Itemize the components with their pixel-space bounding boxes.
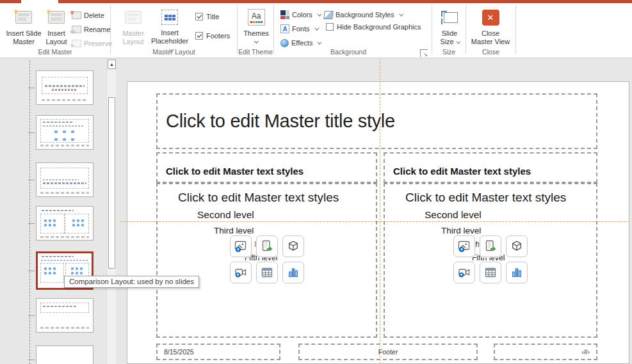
- slide-number-text: ‹#›: [495, 348, 596, 356]
- group-separator: [237, 5, 238, 54]
- thumbnail-section-header-layout[interactable]: [36, 162, 93, 197]
- video-icon[interactable]: [453, 262, 475, 283]
- background-group-label: Background: [274, 48, 423, 56]
- ribbon: ✳ Insert Slide Master ✳ Insert Layout ✕ …: [0, 3, 632, 58]
- bullet-level-1: Click to edit Master text styles: [177, 188, 376, 207]
- title-placeholder[interactable]: Click to edit Master title style: [156, 93, 597, 149]
- rename-button[interactable]: ▭ Rename: [72, 23, 111, 36]
- themes-label: Themes: [243, 29, 269, 38]
- footer-placeholder[interactable]: Footer: [298, 344, 478, 360]
- group-separator: [432, 5, 432, 54]
- content-insert-icons: [453, 235, 528, 283]
- background-styles-icon: [324, 11, 333, 19]
- close-group-label: Close: [466, 48, 515, 56]
- preserve-icon: ➤: [72, 40, 81, 47]
- chevron-down-icon: [317, 12, 321, 16]
- master-layout-icon: [125, 6, 142, 28]
- group-separator: [110, 5, 111, 54]
- themes-icon: Aa: [248, 6, 265, 28]
- thumbnail-title-slide-layout[interactable]: [36, 70, 93, 105]
- 3d-model-icon[interactable]: [506, 235, 528, 257]
- chevron-down-icon: [399, 12, 403, 16]
- horizontal-guide[interactable]: [120, 221, 629, 222]
- footers-checkbox[interactable]: Footers: [195, 32, 230, 40]
- close-master-view-icon: ✕: [482, 6, 499, 28]
- background-styles-button[interactable]: Background Styles: [324, 8, 402, 21]
- thumbnail-title-only-layout[interactable]: [36, 298, 93, 333]
- left-content-placeholder[interactable]: Click to edit Master text styles Second …: [156, 183, 377, 338]
- slide-size-button[interactable]: Slide Size: [436, 5, 463, 54]
- smartart-icon[interactable]: [480, 235, 501, 257]
- chart-icon[interactable]: [506, 262, 528, 283]
- close-master-view-label: Close Master View: [470, 29, 511, 46]
- table-icon[interactable]: [480, 262, 501, 283]
- thumbnail-two-content-layout[interactable]: [36, 206, 93, 241]
- edit-master-group-label: Edit Master: [0, 48, 110, 56]
- background-dialog-launcher[interactable]: ↘: [420, 49, 428, 57]
- vertical-guide[interactable]: [380, 59, 380, 364]
- colors-icon: [280, 10, 289, 19]
- master-layout-group-label: Master Layout: [111, 48, 237, 56]
- footer-text: Footer: [300, 348, 476, 356]
- close-master-view-button[interactable]: ✕ Close Master View: [470, 5, 511, 54]
- colors-button[interactable]: Colors: [280, 8, 320, 21]
- insert-layout-label: Insert Layout: [42, 29, 70, 46]
- chevron-down-icon: [254, 39, 258, 44]
- hide-background-graphics-checkbox[interactable]: Hide Background Graphics: [326, 23, 421, 31]
- hide-background-graphics-checkbox-box[interactable]: [326, 23, 334, 31]
- effects-button[interactable]: Effects: [280, 36, 320, 49]
- pictures-icon[interactable]: [230, 235, 252, 257]
- thumbnail-title-and-content-layout[interactable]: [36, 115, 93, 150]
- insert-slide-master-button[interactable]: ✳ Insert Slide Master: [5, 5, 42, 54]
- master-layout-label: Master Layout: [118, 29, 149, 46]
- scroll-up-button[interactable]: ▲: [108, 59, 116, 69]
- video-icon[interactable]: [230, 262, 252, 283]
- smartart-icon[interactable]: [256, 235, 278, 257]
- slide-canvas: Click to edit Master title style Click t…: [127, 81, 629, 364]
- thumbnail-blank-layout[interactable]: [36, 345, 93, 364]
- insert-placeholder-label: Insert Placeholder: [151, 29, 188, 45]
- insert-layout-icon: ✳: [48, 6, 65, 28]
- sidebar-scrollbar[interactable]: ▲: [106, 59, 116, 364]
- master-layout-button[interactable]: Master Layout: [118, 5, 149, 54]
- chart-icon[interactable]: [282, 262, 304, 283]
- layout-tooltip: Comparison Layout: used by no slides: [64, 276, 199, 288]
- edit-theme-group-label: Edit Theme: [238, 48, 273, 56]
- insert-placeholder-button[interactable]: Insert Placeholder: [151, 5, 188, 54]
- pictures-icon[interactable]: [453, 235, 475, 257]
- chevron-down-icon: [314, 26, 319, 30]
- group-separator: [515, 5, 516, 54]
- date-text: 8/15/2025: [158, 348, 279, 356]
- powerpoint-slide-master-window: ✳ Insert Slide Master ✳ Insert Layout ✕ …: [0, 0, 632, 364]
- chevron-down-icon: [456, 40, 460, 44]
- group-separator: [466, 5, 466, 54]
- rename-icon: ▭: [72, 26, 81, 33]
- left-text-placeholder-header[interactable]: Click to edit Master text styles: [156, 152, 377, 183]
- title-placeholder-text: Click to edit Master title style: [158, 111, 395, 132]
- layout-tree-line: [29, 60, 30, 364]
- insert-placeholder-icon: [161, 6, 178, 28]
- table-icon[interactable]: [256, 262, 278, 283]
- right-content-placeholder[interactable]: Click to edit Master text styles Second …: [384, 183, 597, 338]
- insert-slide-master-label: Insert Slide Master: [5, 29, 42, 46]
- size-group-label: Size: [432, 48, 466, 56]
- insert-layout-button[interactable]: ✳ Insert Layout: [42, 5, 70, 54]
- title-checkbox-box[interactable]: [195, 13, 203, 20]
- date-placeholder[interactable]: 8/15/2025: [156, 344, 280, 360]
- group-separator: [273, 5, 274, 54]
- footers-checkbox-box[interactable]: [195, 32, 203, 40]
- themes-button[interactable]: Aa Themes: [241, 5, 271, 54]
- scrollbar-thumb[interactable]: [108, 97, 115, 269]
- fonts-icon: A: [280, 24, 289, 33]
- bullet-level-1: Click to edit Master text styles: [404, 188, 596, 207]
- chevron-down-icon: [318, 40, 322, 44]
- insert-slide-master-icon: ✳: [15, 6, 32, 28]
- 3d-model-icon[interactable]: [282, 235, 304, 257]
- delete-button[interactable]: ✕ Delete: [72, 9, 104, 22]
- right-text-placeholder-header[interactable]: Click to edit Master text styles: [384, 152, 597, 183]
- fonts-button[interactable]: A Fonts: [280, 22, 318, 35]
- slide-size-label: Slide Size: [440, 29, 457, 45]
- title-checkbox[interactable]: Title: [195, 13, 219, 20]
- slide-number-placeholder[interactable]: ‹#›: [494, 344, 597, 360]
- content-insert-icons: [230, 235, 304, 283]
